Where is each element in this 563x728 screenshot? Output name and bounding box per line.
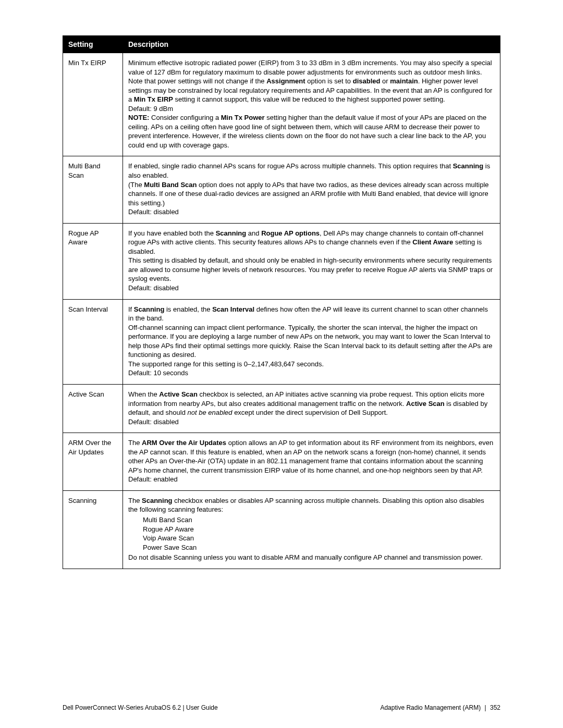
footer-guide: User Guide xyxy=(186,704,218,711)
text: except under the direct supervision of D… xyxy=(232,409,388,416)
footer-product: Dell PowerConnect W-Series ArubaOS 6.2 xyxy=(63,704,181,711)
bold-term: ARM Over the Air Updates xyxy=(142,439,226,447)
description-cell: If Scanning is enabled, the Scan Interva… xyxy=(123,299,500,384)
italic-term: not be enabled xyxy=(187,409,232,416)
bold-term: Scanning xyxy=(142,497,173,504)
default-text: Default: 9 dBm xyxy=(128,105,173,113)
bold-term: Min Tx EIRP xyxy=(134,95,173,103)
setting-cell: Active Scan xyxy=(63,384,123,433)
default-text: Default: 10 seconds xyxy=(128,369,188,377)
footer-left: Dell PowerConnect W-Series ArubaOS 6.2 |… xyxy=(63,704,218,711)
text: and xyxy=(246,229,261,237)
default-text: Default: enabled xyxy=(128,475,178,483)
text: This setting is disabled by default, and… xyxy=(128,256,493,282)
bold-term: disabled xyxy=(353,77,381,85)
note-label: NOTE: xyxy=(128,114,149,121)
text: The supported range for this setting is … xyxy=(128,360,324,368)
text: The xyxy=(128,497,142,504)
description-cell: The ARM Over the Air Updates option allo… xyxy=(123,433,500,491)
text: setting it cannot support, this value wi… xyxy=(173,95,445,103)
list-item: Power Save Scan xyxy=(143,543,495,552)
bold-term: Min Tx Power xyxy=(221,114,265,121)
description-cell: When the Active Scan checkbox is selecte… xyxy=(123,384,500,433)
table-header-row: Setting Description xyxy=(63,36,500,53)
header-description: Description xyxy=(123,36,500,53)
text: If you have enabled both the xyxy=(128,229,216,237)
bold-term: Scanning xyxy=(134,305,165,313)
text: Do not disable Scanning unless you want … xyxy=(128,553,483,561)
page-footer: Dell PowerConnect W-Series ArubaOS 6.2 |… xyxy=(63,704,500,711)
setting-cell: Min Tx EIRP xyxy=(63,53,123,156)
text: Consider configuring a xyxy=(149,114,221,121)
table-row: Scan Interval If Scanning is enabled, th… xyxy=(63,299,500,384)
table-row: ARM Over the Air Updates The ARM Over th… xyxy=(63,433,500,491)
description-cell: The Scanning checkbox enables or disable… xyxy=(123,490,500,569)
list-item: Voip Aware Scan xyxy=(143,534,495,543)
text: option is set to xyxy=(305,77,353,85)
description-cell: If you have enabled both the Scanning an… xyxy=(123,223,500,299)
bold-term: Scanning xyxy=(216,229,247,237)
text: The xyxy=(128,439,142,447)
setting-cell: Scan Interval xyxy=(63,299,123,384)
footer-right: Adaptive Radio Management (ARM) | 352 xyxy=(380,704,500,711)
bold-term: Active Scan xyxy=(406,400,445,408)
footer-section: Adaptive Radio Management (ARM) xyxy=(380,704,481,711)
text: Off-channel scanning can impact client p… xyxy=(128,324,493,359)
text: When the xyxy=(128,390,159,398)
text: checkbox enables or disables AP scanning… xyxy=(128,497,484,514)
setting-cell: Rogue AP Aware xyxy=(63,223,123,299)
table-row: Active Scan When the Active Scan checkbo… xyxy=(63,384,500,433)
bold-term: Rogue AP options xyxy=(261,229,320,237)
text: or xyxy=(380,77,390,85)
list-item: Rogue AP Aware xyxy=(143,525,495,534)
bold-term: Assignment xyxy=(266,77,305,85)
bold-term: Client Aware xyxy=(412,238,453,246)
bold-term: Scan Interval xyxy=(212,305,254,313)
default-text: Default: disabled xyxy=(128,208,179,216)
document-page: Setting Description Min Tx EIRP Minimum … xyxy=(0,0,563,728)
bold-term: maintain xyxy=(390,77,418,85)
footer-sep: | xyxy=(483,704,488,711)
settings-table: Setting Description Min Tx EIRP Minimum … xyxy=(63,35,500,569)
description-cell: Minimum effective isotropic radiated pow… xyxy=(123,53,500,156)
bold-term: Active Scan xyxy=(159,390,198,398)
text: is enabled, the xyxy=(164,305,212,313)
text: (The xyxy=(128,181,144,189)
setting-cell: Multi Band Scan xyxy=(63,156,123,223)
text: If enabled, single radio channel APs sca… xyxy=(128,162,453,170)
header-setting: Setting xyxy=(63,36,123,53)
table-row: Scanning The Scanning checkbox enables o… xyxy=(63,490,500,569)
footer-sep: | xyxy=(181,704,186,711)
default-text: Default: disabled xyxy=(128,284,179,292)
text: If xyxy=(128,305,134,313)
setting-cell: Scanning xyxy=(63,490,123,569)
bold-term: Scanning xyxy=(453,162,484,170)
description-cell: If enabled, single radio channel APs sca… xyxy=(123,156,500,223)
default-text: Default: disabled xyxy=(128,418,179,426)
feature-list: Multi Band Scan Rogue AP Aware Voip Awar… xyxy=(128,515,495,552)
table-row: Rogue AP Aware If you have enabled both … xyxy=(63,223,500,299)
setting-cell: ARM Over the Air Updates xyxy=(63,433,123,491)
table-row: Min Tx EIRP Minimum effective isotropic … xyxy=(63,53,500,156)
table-row: Multi Band Scan If enabled, single radio… xyxy=(63,156,500,223)
list-item: Multi Band Scan xyxy=(143,515,495,525)
footer-page-number: 352 xyxy=(490,704,500,711)
bold-term: Multi Band Scan xyxy=(144,181,197,189)
